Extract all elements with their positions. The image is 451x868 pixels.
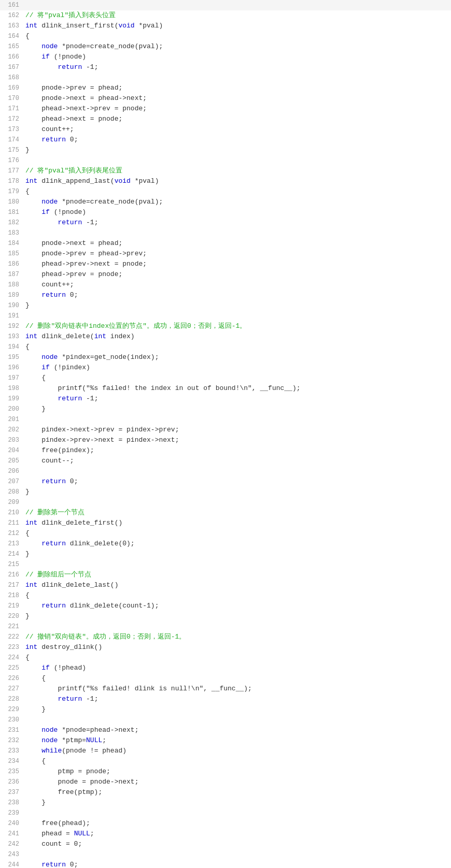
line-number: 174 bbox=[2, 135, 25, 144]
line-content bbox=[25, 715, 449, 725]
line-content: pnode = pnode->next; bbox=[25, 777, 449, 787]
line-number: 205 bbox=[2, 456, 25, 466]
line-content: { bbox=[25, 590, 449, 601]
line-number: 184 bbox=[2, 238, 25, 248]
line-content: phead->prev->next = pnode; bbox=[25, 259, 449, 269]
line-content: { bbox=[25, 186, 449, 197]
line-content: } bbox=[25, 549, 449, 559]
line-content: count++; bbox=[25, 280, 449, 290]
line-number: 192 bbox=[2, 321, 25, 331]
line-content: } bbox=[25, 487, 449, 497]
code-line: 183 bbox=[0, 228, 451, 238]
code-line: 175} bbox=[0, 145, 451, 155]
line-number: 217 bbox=[2, 580, 25, 590]
line-number: 195 bbox=[2, 352, 25, 362]
code-line: 170 pnode->next = phead->next; bbox=[0, 93, 451, 104]
code-line: 211int dlink_delete_first() bbox=[0, 518, 451, 528]
code-line: 194{ bbox=[0, 342, 451, 352]
line-number: 243 bbox=[2, 849, 25, 859]
line-number: 193 bbox=[2, 331, 25, 341]
line-content: } bbox=[25, 404, 449, 414]
line-content: printf("%s failed! dlink is null!\n", __… bbox=[25, 684, 449, 694]
line-number: 164 bbox=[2, 31, 25, 41]
line-number: 221 bbox=[2, 621, 25, 631]
code-line: 196 if (!pindex) bbox=[0, 363, 451, 373]
code-editor: 161 162// 将"pval"插入到表头位置163int dlink_ins… bbox=[0, 0, 451, 868]
code-line: 198 printf("%s failed! the index in out … bbox=[0, 383, 451, 394]
code-line: 207 return 0; bbox=[0, 476, 451, 487]
code-line: 200 } bbox=[0, 404, 451, 414]
line-number: 170 bbox=[2, 93, 25, 103]
line-number: 214 bbox=[2, 549, 25, 559]
line-content: // 删除"双向链表中index位置的节点"。成功，返回0；否则，返回-1。 bbox=[25, 321, 449, 331]
line-number: 236 bbox=[2, 777, 25, 787]
code-line: 203 pindex->prev->next = pindex->next; bbox=[0, 435, 451, 445]
line-content: pindex->next->prev = pindex->prev; bbox=[25, 425, 449, 435]
code-line: 206 bbox=[0, 466, 451, 476]
line-content bbox=[25, 311, 449, 321]
code-line: 181 if (!pnode) bbox=[0, 207, 451, 218]
line-content: { bbox=[25, 673, 449, 684]
line-content: { bbox=[25, 528, 449, 539]
line-content: int dlink_delete_first() bbox=[25, 518, 449, 528]
line-content: return 0; bbox=[25, 476, 449, 487]
line-number: 194 bbox=[2, 342, 25, 352]
line-number: 180 bbox=[2, 197, 25, 207]
line-number: 161 bbox=[2, 0, 25, 10]
line-number: 172 bbox=[2, 114, 25, 124]
line-number: 242 bbox=[2, 839, 25, 849]
line-content: int dlink_append_last(void *pval) bbox=[25, 176, 449, 186]
code-line: 212{ bbox=[0, 528, 451, 539]
code-line: 193int dlink_delete(int index) bbox=[0, 331, 451, 342]
line-content bbox=[25, 808, 449, 818]
line-content: return 0; bbox=[25, 290, 449, 300]
line-content: while(pnode != phead) bbox=[25, 746, 449, 756]
line-number: 215 bbox=[2, 559, 25, 569]
line-number: 182 bbox=[2, 218, 25, 227]
line-number: 239 bbox=[2, 808, 25, 818]
code-line: 228 return -1; bbox=[0, 694, 451, 704]
line-content bbox=[25, 414, 449, 425]
code-line: 243 bbox=[0, 849, 451, 860]
line-content: { bbox=[25, 342, 449, 352]
code-line: 165 node *pnode=create_node(pval); bbox=[0, 41, 451, 52]
line-number: 211 bbox=[2, 518, 25, 528]
code-lines: 161 162// 将"pval"插入到表头位置163int dlink_ins… bbox=[0, 0, 451, 868]
line-content: } bbox=[25, 145, 449, 155]
code-line: 197 { bbox=[0, 373, 451, 383]
code-line: 244 return 0; bbox=[0, 860, 451, 868]
line-number: 208 bbox=[2, 487, 25, 497]
line-number: 181 bbox=[2, 207, 25, 217]
line-content: { bbox=[25, 653, 449, 663]
line-content: return 0; bbox=[25, 860, 449, 868]
line-number: 189 bbox=[2, 290, 25, 300]
line-number: 223 bbox=[2, 642, 25, 652]
line-number: 216 bbox=[2, 570, 25, 580]
code-line: 162// 将"pval"插入到表头位置 bbox=[0, 10, 451, 21]
line-number: 204 bbox=[2, 445, 25, 455]
line-number: 202 bbox=[2, 425, 25, 435]
code-line: 221 bbox=[0, 621, 451, 632]
line-content: if (!pnode) bbox=[25, 52, 449, 62]
line-number: 209 bbox=[2, 497, 25, 507]
line-content: ptmp = pnode; bbox=[25, 766, 449, 777]
line-content: int dlink_delete(int index) bbox=[25, 331, 449, 342]
line-content bbox=[25, 849, 449, 860]
code-line: 189 return 0; bbox=[0, 290, 451, 300]
line-content: int dlink_insert_first(void *pval) bbox=[25, 21, 449, 31]
line-content: return 0; bbox=[25, 135, 449, 145]
code-line: 163int dlink_insert_first(void *pval) bbox=[0, 21, 451, 31]
line-number: 188 bbox=[2, 280, 25, 290]
line-number: 227 bbox=[2, 684, 25, 693]
line-number: 224 bbox=[2, 653, 25, 662]
line-content: count++; bbox=[25, 124, 449, 135]
line-number: 231 bbox=[2, 725, 25, 735]
line-number: 162 bbox=[2, 10, 25, 20]
line-number: 226 bbox=[2, 673, 25, 683]
code-line: 173 count++; bbox=[0, 124, 451, 135]
code-line: 232 node *ptmp=NULL; bbox=[0, 735, 451, 746]
line-content: phead->prev = pnode; bbox=[25, 269, 449, 280]
line-number: 210 bbox=[2, 508, 25, 517]
code-line: 241 phead = NULL; bbox=[0, 829, 451, 839]
line-content: } bbox=[25, 798, 449, 808]
